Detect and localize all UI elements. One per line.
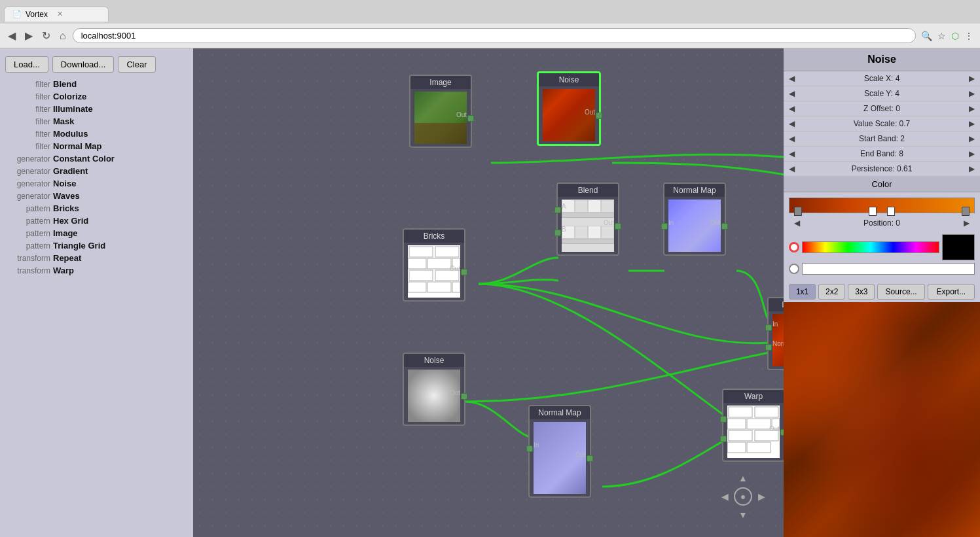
sidebar-item-label: Hex Grid	[53, 216, 88, 226]
nav-up-arrow[interactable]: ▲	[734, 469, 752, 487]
size-2x2-button[interactable]: 2x2	[818, 284, 845, 300]
sidebar-item-gradient[interactable]: generator Gradient	[3, 165, 191, 177]
size-3x3-button[interactable]: 3x3	[848, 284, 875, 300]
normalmap-top-out-port[interactable]	[721, 223, 728, 230]
illuminate-bottom-normal-port[interactable]	[765, 344, 772, 351]
param-persistence-left[interactable]: ◀	[786, 163, 797, 175]
image-out-port[interactable]	[467, 115, 474, 122]
param-value-scale-right[interactable]: ▶	[966, 118, 977, 130]
param-end-band-left[interactable]: ◀	[786, 148, 797, 160]
blend-b-port[interactable]	[554, 230, 561, 236]
noise-bottom-out-port[interactable]	[461, 393, 467, 400]
node-normalmap-top-title: Normal Map	[664, 184, 725, 197]
param-value-scale-left[interactable]: ◀	[786, 118, 797, 130]
tab-close-button[interactable]: ✕	[57, 10, 63, 18]
color-stop-3[interactable]	[887, 207, 895, 216]
color-gradient-bar[interactable]	[789, 198, 975, 213]
size-1x1-button[interactable]: 1x1	[789, 284, 816, 300]
param-z-offset-left[interactable]: ◀	[786, 103, 797, 114]
sidebar-item-hex-grid[interactable]: pattern Hex Grid	[3, 215, 191, 227]
black-color-square[interactable]	[942, 234, 975, 260]
sidebar-item-noise[interactable]: generator Noise	[3, 177, 191, 190]
position-right[interactable]: ▶	[961, 217, 972, 229]
node-noise-top[interactable]: Noise Out	[537, 71, 601, 146]
sidebar-item-triangle-grid[interactable]: pattern Triangle Grid	[3, 239, 191, 252]
saturation-circle[interactable]	[789, 264, 799, 274]
illuminate-bottom-in-port[interactable]	[765, 324, 772, 331]
clear-button[interactable]: Clear	[118, 56, 155, 73]
node-blend[interactable]: Blend A B Out	[556, 182, 619, 256]
param-scale-y-left[interactable]: ◀	[786, 88, 797, 99]
menu-icon-btn[interactable]: ⋮	[963, 29, 975, 43]
sidebar-item-blend[interactable]: filter Blend	[3, 78, 191, 90]
param-scale-x: ◀ Scale X: 4 ▶	[784, 71, 980, 86]
normalmap-top-in-port[interactable]	[661, 223, 668, 230]
sidebar-item-mask[interactable]: filter Mask	[3, 115, 191, 128]
normalmap-top-out-label: Out	[710, 219, 721, 226]
warp-out-label: Out	[769, 425, 780, 432]
extensions-icon-btn[interactable]: ⬡	[950, 29, 960, 43]
node-noise-bottom[interactable]: Noise Out	[403, 353, 465, 426]
refresh-button[interactable]: ↻	[39, 28, 53, 43]
bookmark-icon-btn[interactable]: ☆	[936, 29, 947, 43]
sidebar-item-image[interactable]: pattern Image	[3, 227, 191, 239]
warp-out-port[interactable]	[780, 429, 784, 436]
param-end-band-right[interactable]: ▶	[966, 148, 977, 160]
sidebar-item-constant-color[interactable]: generator Constant Color	[3, 152, 191, 165]
download-button[interactable]: Download...	[52, 56, 115, 73]
param-scale-y-right[interactable]: ▶	[966, 88, 977, 99]
node-normalmap-bottom[interactable]: Normal Map In Out	[528, 405, 591, 498]
search-icon-btn[interactable]: 🔍	[920, 29, 934, 43]
color-stop-2[interactable]	[869, 207, 877, 216]
param-start-band-left[interactable]: ◀	[786, 133, 797, 145]
illuminate-bottom-in-label: In	[772, 320, 778, 328]
color-stop-1[interactable]	[794, 207, 802, 216]
nav-down-arrow[interactable]: ▼	[734, 506, 752, 524]
forward-button[interactable]: ▶	[22, 28, 35, 43]
sidebar-item-waves[interactable]: generator Waves	[3, 190, 191, 202]
nav-right-arrow[interactable]: ▶	[752, 487, 771, 506]
normalmap-bottom-in-port[interactable]	[526, 445, 533, 452]
blend-out-port[interactable]	[615, 223, 621, 230]
node-image[interactable]: Image Out	[409, 75, 472, 148]
back-button[interactable]: ◀	[5, 28, 18, 43]
load-button[interactable]: Load...	[5, 56, 48, 73]
nav-left-arrow[interactable]: ◀	[716, 487, 734, 506]
noise-top-out-port[interactable]	[596, 113, 602, 119]
sidebar-item-colorize[interactable]: filter Colorize	[3, 90, 191, 103]
source-button[interactable]: Source...	[877, 284, 924, 300]
home-button[interactable]: ⌂	[57, 29, 69, 43]
node-noise-top-title: Noise	[539, 73, 599, 86]
export-button[interactable]: Export...	[928, 284, 975, 300]
sidebar-item-modulus[interactable]: filter Modulus	[3, 128, 191, 140]
sidebar-item-warp[interactable]: transform Warp	[3, 264, 191, 277]
node-warp[interactable]: Warp In dUV	[722, 389, 784, 462]
param-z-offset-right[interactable]: ▶	[966, 103, 977, 114]
node-bricks[interactable]: Bricks	[403, 228, 465, 302]
sidebar-item-repeat[interactable]: transform Repeat	[3, 252, 191, 264]
bricks-out-port[interactable]	[461, 269, 467, 275]
node-illuminate-bottom[interactable]: Illuminate In Normal Out	[767, 297, 784, 370]
normalmap-bottom-out-port[interactable]	[587, 455, 593, 462]
param-start-band-right[interactable]: ▶	[966, 133, 977, 145]
color-stop-4[interactable]	[962, 207, 970, 216]
sidebar-category-label: pattern	[8, 217, 50, 226]
position-left[interactable]: ◀	[791, 217, 803, 229]
address-bar[interactable]: localhost:9001	[73, 28, 916, 43]
sidebar-item-bricks[interactable]: pattern Bricks	[3, 202, 191, 215]
node-normalmap-top[interactable]: Normal Map In Out	[663, 182, 726, 256]
sidebar-item-illuminate[interactable]: filter Illuminate	[3, 103, 191, 115]
warp-duv-port[interactable]	[720, 436, 727, 442]
active-tab[interactable]: 📄 Vortex ✕	[4, 7, 109, 22]
hue-slider[interactable]	[802, 241, 939, 253]
blend-a-port[interactable]	[554, 207, 561, 213]
param-scale-x-right[interactable]: ▶	[966, 73, 977, 84]
param-persistence-right[interactable]: ▶	[966, 163, 977, 175]
param-scale-x-left[interactable]: ◀	[786, 73, 797, 84]
canvas-area[interactable]: Image Out Noise Out	[193, 48, 784, 537]
saturation-slider[interactable]	[802, 263, 975, 275]
nav-center-button[interactable]: ●	[734, 487, 752, 506]
warp-in-port[interactable]	[720, 416, 727, 423]
color-circle-indicator[interactable]	[789, 242, 799, 252]
sidebar-item-normalmap[interactable]: filter Normal Map	[3, 140, 191, 152]
